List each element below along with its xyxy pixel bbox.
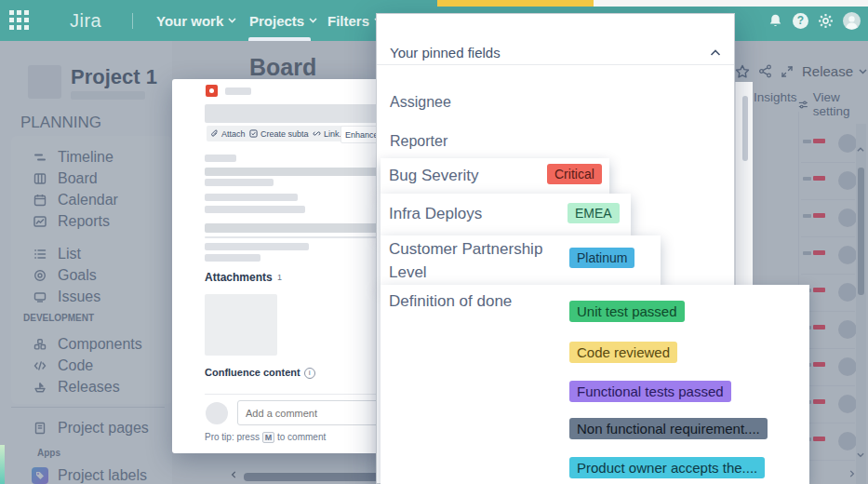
text-placeholder	[205, 236, 380, 238]
definition-badge: Functional tests passed	[569, 381, 731, 402]
pinned-field-card-bug-severity[interactable]: Bug Severity Critical	[381, 158, 609, 194]
attach-button[interactable]: Attach	[207, 126, 249, 141]
text-placeholder	[205, 243, 309, 250]
app-switcher-icon[interactable]	[9, 10, 32, 31]
paperclip-icon	[210, 129, 219, 138]
nav-item-projects[interactable]: Projects	[249, 0, 317, 41]
nav-item-filters[interactable]: Filters	[327, 0, 382, 41]
text-placeholder	[205, 223, 380, 233]
definition-badge: Non functional requirement....	[569, 418, 768, 439]
bug-severity-badge: Critical	[547, 164, 602, 184]
collapse-chevron-up-icon[interactable]	[710, 49, 721, 57]
notifications-bell-icon[interactable]	[768, 13, 783, 29]
text-placeholder	[205, 206, 305, 213]
definition-badge: Code reviewed	[569, 342, 677, 363]
text-placeholder	[205, 155, 236, 162]
customer-partnership-badge: Platinum	[569, 248, 634, 268]
pinned-field-card-infra-deploys[interactable]: Infra Deploys EMEA	[381, 194, 631, 235]
m-key-hint: M	[262, 432, 275, 443]
attachment-thumbnail[interactable]	[205, 294, 277, 356]
definition-badge: Unit test passed	[569, 301, 685, 322]
attachments-label: Attachments	[205, 271, 273, 284]
checkbox-icon	[249, 129, 258, 138]
top-strip-white	[594, 0, 868, 7]
comment-avatar	[206, 402, 228, 424]
issue-key-placeholder	[225, 87, 251, 95]
chevron-down-icon	[228, 18, 236, 23]
jira-logo[interactable]: Jira	[70, 0, 101, 41]
pinned-field-assignee[interactable]: Assignee	[390, 94, 451, 111]
top-strip-yellow	[437, 0, 594, 7]
infra-deploys-badge: EMEA	[568, 203, 620, 223]
link-icon	[313, 129, 321, 138]
help-icon[interactable]: ?	[793, 13, 808, 29]
settings-gear-icon[interactable]	[818, 13, 834, 29]
profile-avatar-icon[interactable]	[843, 12, 861, 30]
confluence-content-label: Confluence contenti	[205, 367, 315, 379]
text-placeholder	[205, 254, 260, 262]
pinned-field-card-definition-of-done[interactable]: Definition of done Unit test passed Code…	[381, 285, 809, 484]
background-edge-sliver	[0, 445, 5, 484]
pro-tip-text: Pro tip: press M to comment	[205, 432, 326, 443]
nav-divider	[132, 13, 133, 29]
info-icon: i	[304, 368, 315, 379]
issue-title-placeholder	[205, 104, 380, 123]
attachments-count: 1	[277, 273, 282, 282]
details-scrollbar-thumb[interactable]	[742, 96, 748, 161]
chevron-down-icon	[309, 18, 317, 23]
text-placeholder	[205, 194, 298, 201]
comment-input[interactable]	[237, 400, 387, 425]
text-placeholder	[205, 168, 380, 176]
pinned-field-card-customer-partnership[interactable]: Customer Partnership Level Platinum	[381, 235, 661, 287]
pinned-fields-title: Your pinned fields	[390, 45, 501, 60]
issue-detail-dialog: Attach Create subtask Link... Enhanced..…	[172, 79, 384, 453]
text-placeholder	[205, 179, 274, 186]
pinned-field-reporter[interactable]: Reporter	[390, 133, 447, 150]
nav-item-your-work[interactable]: Your work	[156, 0, 236, 41]
definition-badge: Product owner accepts the....	[569, 457, 765, 478]
divider	[205, 394, 380, 395]
panel-divider	[377, 64, 734, 65]
bug-type-icon	[206, 85, 218, 97]
